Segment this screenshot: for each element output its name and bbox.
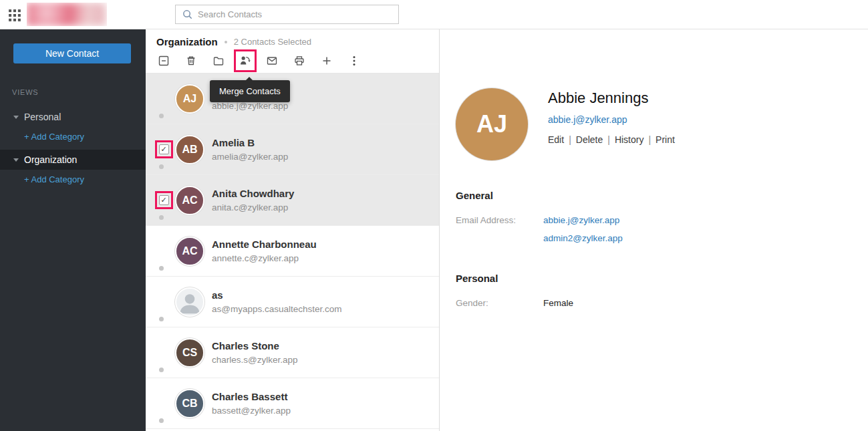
action-print-link[interactable]: Print [656,134,675,145]
contact-avatar: CS [175,338,204,368]
email-button[interactable] [262,51,282,71]
contact-email: bassett@zylker.app [212,406,291,416]
expand-caret-icon [13,116,19,119]
annotation-box: ✓ [155,191,173,209]
contact-row[interactable]: AJ Abbie Jennings abbie.j@zylker.app [146,74,439,124]
contact-name: Charles Bassett [212,391,291,402]
contact-row[interactable]: CB Charles Bassett bassett@zylker.app [146,378,439,429]
contact-avatar: AJ [175,84,204,114]
list-title: Organization [156,36,218,47]
list-header: Organization 2 Contacts Selected [146,29,439,48]
merge-contacts-button[interactable] [237,52,254,69]
merge-tooltip: Merge Contacts [210,80,290,102]
selection-status: 2 Contacts Selected [234,37,311,47]
contact-email: amelia@zylker.app [212,152,288,162]
contact-row[interactable]: ✓ AB Amelia B amelia@zylker.app [146,124,439,175]
action-separator: | [607,134,610,145]
contact-row[interactable]: AC Annette Charbonneau annette.c@zylker.… [146,226,439,277]
contact-list-panel: Organization 2 Contacts Selected [146,29,440,431]
select-contacts-button[interactable] [154,51,174,71]
status-dot-icon [159,164,164,169]
contact-name: Amelia B [212,137,288,148]
views-label: VIEWS [12,88,146,96]
gender-value: Female [543,298,848,308]
add-category-personal[interactable]: + Add Category [0,127,146,146]
separator-dot-icon [225,41,227,43]
add-category-organization[interactable]: + Add Category [0,170,146,188]
sidebar-item-label: Personal [24,112,61,122]
sidebar-item-label: Organization [24,154,77,165]
contact-checkbox[interactable]: ✓ [159,195,169,205]
contact-avatar: AB [175,135,204,164]
contact-name: Charles Stone [212,340,298,351]
status-dot-icon [159,114,164,118]
status-dot-icon [159,215,164,220]
contact-avatar: AC [175,237,204,266]
search-icon [182,9,193,20]
annotation-box: ✓ [155,140,173,158]
contact-email: charles.s@zylker.app [212,355,298,365]
action-delete-link[interactable]: Delete [576,134,603,145]
add-button[interactable] [317,51,337,71]
contact-avatar: AC [175,186,204,215]
contact-email: as@myapps.casualtechster.com [212,304,342,314]
contact-email: annette.c@zylker.app [212,253,317,263]
email-field-row: Email Address: abbie.j@zylker.app admin2… [456,215,848,243]
status-dot-icon [159,368,164,372]
app-grid-icon[interactable] [8,9,21,22]
contact-email: abbie.j@zylker.app [212,101,288,111]
sidebar-item-personal[interactable]: Personal [0,107,146,127]
email-link-1[interactable]: abbie.j@zylker.app [543,215,848,225]
status-dot-icon [159,418,164,423]
detail-header: AJ Abbie Jennings abbie.j@zylker.app Edi… [456,88,848,160]
status-dot-icon [159,317,164,321]
more-options-button[interactable] [344,51,364,71]
expand-caret-icon [13,158,19,162]
contact-list: AJ Abbie Jennings abbie.j@zylker.app ✓ A… [146,74,439,431]
contact-row[interactable]: CS Charles Stone charles.s@zylker.app [146,327,439,378]
detail-contact-name: Abbie Jennings [548,90,675,107]
print-button[interactable] [289,51,309,71]
search-input[interactable] [198,9,398,19]
topbar [0,0,868,29]
action-history-link[interactable]: History [615,134,644,145]
contact-checkbox[interactable]: ✓ [159,144,169,154]
delete-button[interactable] [181,51,201,71]
contact-name: Annette Charbonneau [212,239,317,250]
personal-section-title: Personal [456,273,848,284]
new-contact-button[interactable]: New Contact [13,43,131,63]
detail-avatar: AJ [456,88,528,160]
contact-avatar: CB [175,389,204,418]
app-logo [27,3,107,26]
page: New Contact VIEWS Personal + Add Categor… [0,0,868,431]
detail-panel: AJ Abbie Jennings abbie.j@zylker.app Edi… [440,29,868,431]
sidebar-item-organization[interactable]: Organization [0,150,146,170]
gender-field-row: Gender: Female [456,298,848,308]
sidebar: New Contact VIEWS Personal + Add Categor… [0,29,146,431]
status-dot-icon [159,266,164,271]
contact-name: Anita Chowdhary [212,188,294,199]
detail-primary-email-link[interactable]: abbie.j@zylker.app [548,114,675,125]
contact-avatar [175,287,204,317]
detail-actions: Edit|Delete|History|Print [548,134,675,145]
email-link-2[interactable]: admin2@zylker.app [543,233,848,243]
search-box [175,5,399,24]
contact-row[interactable]: ✓ AC Anita Chowdhary anita.c@zylker.app [146,175,439,226]
action-separator: | [569,134,571,145]
contact-row[interactable]: as as@myapps.casualtechster.com [146,277,439,327]
gender-label: Gender: [456,298,543,308]
list-toolbar [146,48,439,74]
contact-name: as [212,289,342,301]
action-edit-link[interactable]: Edit [548,134,564,145]
general-section-title: General [456,190,848,201]
move-to-folder-button[interactable] [208,51,229,71]
email-address-label: Email Address: [456,215,543,243]
annotation-box [234,49,257,72]
contact-email: anita.c@zylker.app [212,202,294,212]
action-separator: | [648,134,651,145]
